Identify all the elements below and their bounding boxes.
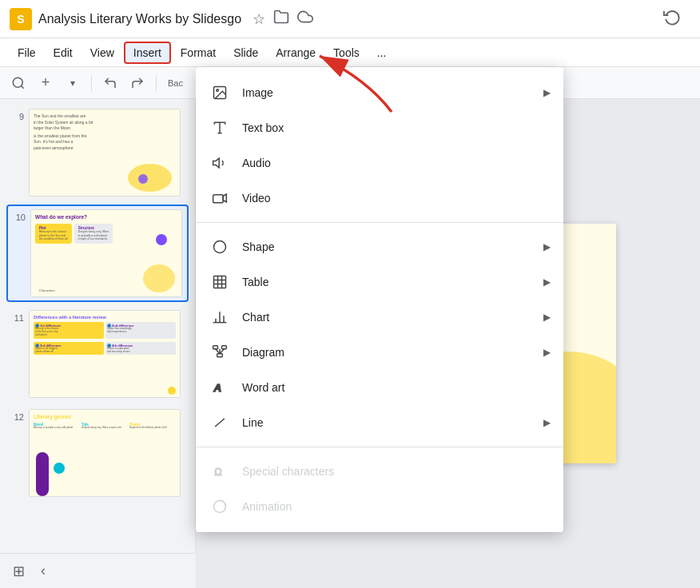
chart-label: Chart — [242, 311, 543, 324]
video-label: Video — [242, 192, 551, 205]
slide-thumbnail-10: What do we explore? Plot Mercury is the … — [30, 209, 182, 297]
wordart-label: Word art — [242, 381, 551, 394]
svg-line-1 — [21, 85, 23, 88]
svg-marker-9 — [213, 158, 220, 168]
slides-sidebar: 9 The Sun and the smallest are in the So… — [0, 99, 196, 588]
svg-text:Ω: Ω — [214, 467, 221, 478]
title-icons: ☆ — [253, 9, 313, 29]
slide-number-10: 10 — [11, 209, 26, 222]
dropdown-item-shape[interactable]: Shape ▶ — [196, 229, 563, 264]
dropdown-item-video[interactable]: Video — [196, 181, 563, 216]
svg-marker-11 — [223, 194, 226, 202]
wordart-icon: A — [209, 376, 231, 399]
textbox-icon — [209, 117, 231, 139]
dropdown-item-textbox[interactable]: Text box — [196, 110, 563, 145]
svg-rect-10 — [213, 195, 224, 203]
cloud-icon[interactable] — [297, 9, 313, 29]
document-title: Analysis Literary Works by Slidesgo — [38, 12, 241, 26]
video-icon — [209, 187, 231, 209]
divider-1 — [196, 222, 563, 223]
redo-button[interactable] — [125, 71, 149, 95]
dropdown-item-audio[interactable]: Audio — [196, 145, 563, 181]
slide-thumbnail-9: The Sun and the smallest are in the Sola… — [29, 109, 181, 197]
special-chars-label: Special characters — [242, 465, 551, 478]
svg-rect-13 — [214, 276, 226, 288]
omega-icon: Ω — [209, 460, 231, 483]
dropdown-section-1: Image ▶ Text box Audio Video — [196, 72, 563, 219]
history-icon[interactable] — [663, 8, 681, 30]
line-label: Line — [242, 416, 543, 429]
menu-format[interactable]: Format — [173, 43, 224, 62]
svg-point-0 — [13, 77, 22, 87]
dropdown-item-table[interactable]: Table ▶ — [196, 264, 563, 300]
diagram-icon — [209, 341, 231, 364]
undo-button[interactable] — [98, 71, 122, 95]
svg-rect-22 — [213, 346, 218, 349]
slide-thumbnail-12: Literary genres Novel Mercury is actuall… — [29, 409, 181, 497]
svg-text:A: A — [213, 382, 222, 394]
dropdown-section-2: Shape ▶ Table ▶ Chart ▶ Diagram ▶ — [196, 226, 563, 443]
dropdown-button[interactable]: ▾ — [61, 71, 85, 95]
slide-number-9: 9 — [10, 109, 24, 121]
bottom-bar: ⊞ ‹ — [0, 553, 196, 588]
menu-tools[interactable]: Tools — [325, 43, 368, 62]
add-button[interactable]: + — [34, 71, 58, 95]
dropdown-item-diagram[interactable]: Diagram ▶ — [196, 335, 563, 370]
grid-icon[interactable]: ⊞ — [13, 562, 25, 580]
chart-arrow: ▶ — [543, 312, 551, 323]
dropdown-item-line[interactable]: Line ▶ — [196, 405, 563, 440]
dropdown-item-chart[interactable]: Chart ▶ — [196, 300, 563, 335]
background-button[interactable]: Bac — [163, 71, 188, 95]
line-arrow: ▶ — [543, 417, 551, 428]
diagram-label: Diagram — [242, 346, 543, 359]
svg-point-6 — [217, 89, 219, 92]
textbox-label: Text box — [242, 121, 551, 134]
table-label: Table — [242, 276, 543, 288]
slide-item-10[interactable]: 10 What do we explore? Plot Mercury is t… — [6, 205, 189, 302]
svg-rect-24 — [217, 354, 223, 357]
table-arrow: ▶ — [543, 276, 551, 288]
dropdown-item-special-chars: Ω Special characters — [196, 454, 563, 489]
dropdown-item-animation: Animation — [196, 489, 563, 524]
insert-dropdown: Image ▶ Text box Audio Video — [196, 67, 563, 532]
svg-rect-23 — [222, 346, 227, 349]
svg-line-27 — [220, 349, 224, 354]
menu-arrange[interactable]: Arrange — [268, 43, 324, 62]
title-bar: S Analysis Literary Works by Slidesgo ☆ — [0, 0, 700, 38]
image-arrow: ▶ — [543, 87, 551, 98]
audio-label: Audio — [242, 157, 551, 169]
toolbar-divider-1 — [91, 75, 92, 91]
toolbar-divider-2 — [156, 75, 157, 91]
slide-thumbnail-11: Differences with a literature review 🔵 1… — [29, 310, 181, 398]
menu-insert[interactable]: Insert — [124, 42, 171, 64]
diagram-arrow: ▶ — [543, 347, 551, 358]
slide-number-11: 11 — [10, 310, 24, 323]
slide-number-12: 12 — [10, 409, 24, 422]
image-label: Image — [242, 86, 543, 99]
dropdown-section-3: Ω Special characters Animation — [196, 451, 563, 527]
menu-slide[interactable]: Slide — [225, 43, 266, 62]
table-icon — [209, 271, 231, 293]
shape-icon — [209, 236, 231, 258]
svg-line-26 — [216, 349, 220, 354]
slide-item-9[interactable]: 9 The Sun and the smallest are in the So… — [6, 105, 189, 200]
image-icon — [209, 81, 231, 104]
star-icon[interactable]: ☆ — [253, 10, 265, 28]
chevron-left-icon[interactable]: ‹ — [41, 562, 46, 579]
slide-item-12[interactable]: 12 Literary genres Novel Mercury is actu… — [6, 406, 189, 500]
menu-more[interactable]: ... — [369, 43, 395, 62]
menu-view[interactable]: View — [82, 43, 122, 62]
menu-bar: File Edit View Insert Format Slide Arran… — [0, 38, 700, 67]
shape-arrow: ▶ — [543, 241, 551, 252]
folder-icon[interactable] — [273, 9, 289, 29]
audio-icon — [209, 152, 231, 174]
menu-edit[interactable]: Edit — [46, 43, 81, 62]
dropdown-item-wordart[interactable]: A Word art — [196, 370, 563, 405]
zoom-button[interactable] — [6, 71, 30, 95]
slide-item-11[interactable]: 11 Differences with a literature review … — [6, 307, 189, 401]
dropdown-item-image[interactable]: Image ▶ — [196, 75, 563, 110]
app-icon: S — [10, 8, 32, 30]
menu-file[interactable]: File — [10, 43, 44, 62]
line-icon — [209, 411, 231, 434]
divider-2 — [196, 447, 563, 447]
